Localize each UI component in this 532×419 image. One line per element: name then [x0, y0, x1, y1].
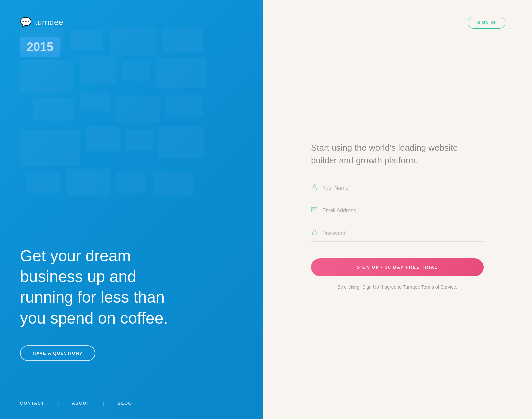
email-input-wrapper — [311, 206, 484, 219]
terms-text: By clicking "Sign Up" I agree to Turnqee… — [311, 284, 484, 290]
left-footer: CONTACT | ABOUT | BLOG — [0, 387, 263, 419]
sign-in-button[interactable]: SIGN IN — [468, 17, 505, 29]
terms-prefix: By clicking "Sign Up" I agree to Turnqee — [337, 284, 421, 290]
name-input-wrapper — [311, 184, 484, 196]
footer-divider-2: | — [103, 401, 104, 406]
password-input[interactable] — [322, 230, 484, 236]
have-question-button[interactable]: HAVE A QUESTION? — [20, 345, 95, 361]
footer-link-contact[interactable]: CONTACT — [20, 401, 44, 406]
signup-form-area: Start using the world's leading website … — [311, 29, 484, 402]
email-icon — [311, 206, 318, 215]
hero-section: Get your dream business up and running f… — [0, 246, 263, 387]
name-input[interactable] — [322, 185, 484, 191]
footer-divider-1: | — [58, 401, 59, 406]
email-field-group — [311, 206, 484, 219]
logo-text: turnqee — [35, 18, 63, 27]
lock-icon — [311, 229, 318, 237]
person-icon — [311, 184, 318, 192]
right-panel: SIGN IN Start using the world's leading … — [263, 0, 532, 419]
footer-link-blog[interactable]: BLOG — [118, 401, 132, 406]
hero-heading: Get your dream business up and running f… — [20, 246, 186, 329]
tagline: Start using the world's leading website … — [311, 141, 484, 167]
svg-point-0 — [313, 185, 316, 187]
arrow-icon: → — [468, 264, 474, 271]
password-field-group — [311, 229, 484, 242]
logo: 💬 turnqee — [20, 17, 243, 28]
left-main-content: 💬 turnqee Get your dream business up and… — [0, 0, 263, 419]
password-input-wrapper — [311, 229, 484, 242]
footer-link-about[interactable]: ABOUT — [72, 401, 90, 406]
logo-area: 💬 turnqee — [0, 0, 263, 28]
logo-icon: 💬 — [20, 17, 32, 28]
left-panel: 2015 💬 turnqee Get your dream business u… — [0, 0, 263, 419]
svg-rect-2 — [312, 232, 316, 235]
terms-link[interactable]: Terms of Service. — [421, 284, 457, 290]
right-header: SIGN IN — [289, 17, 505, 29]
name-field-group — [311, 184, 484, 196]
signup-button[interactable]: SIGN UP - 30 DAY FREE TRIAL → — [311, 258, 484, 276]
email-input[interactable] — [322, 208, 484, 214]
signup-button-label: SIGN UP - 30 DAY FREE TRIAL — [357, 265, 438, 270]
